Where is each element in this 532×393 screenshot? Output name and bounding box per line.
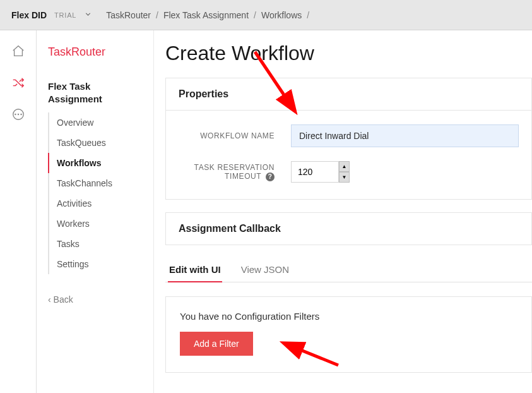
sidebar-item-overview[interactable]: Overview bbox=[48, 112, 142, 133]
timeout-step-down[interactable]: ▼ bbox=[339, 172, 350, 183]
panel-heading: Properties bbox=[166, 78, 531, 111]
back-label: Back bbox=[54, 294, 73, 305]
svg-point-1 bbox=[15, 114, 15, 114]
svg-point-3 bbox=[21, 114, 21, 114]
breadcrumb-separator: / bbox=[254, 10, 256, 20]
timeout-input[interactable] bbox=[291, 161, 339, 183]
panel-heading: Assignment Callback bbox=[166, 213, 531, 245]
main-content: Create Workflow Properties WORKFLOW NAME… bbox=[154, 30, 532, 393]
trial-badge: TRIAL bbox=[54, 11, 76, 19]
help-icon[interactable]: ? bbox=[266, 172, 275, 181]
timeout-step-up[interactable]: ▲ bbox=[339, 161, 350, 172]
chevron-down-icon[interactable] bbox=[84, 10, 92, 20]
editor-tabs: Edit with UI View JSON bbox=[165, 258, 532, 282]
top-breadcrumb-bar: Flex DID TRIAL TaskRouter / Flex Task As… bbox=[0, 0, 532, 30]
sidebar-title[interactable]: TaskRouter bbox=[48, 45, 142, 59]
svg-point-2 bbox=[18, 114, 18, 114]
breadcrumb-separator: / bbox=[156, 10, 158, 20]
sidebar-items: Overview TaskQueues Workflows TaskChanne… bbox=[48, 112, 142, 274]
sidebar-item-activities[interactable]: Activities bbox=[48, 193, 142, 214]
sidebar-item-taskqueues[interactable]: TaskQueues bbox=[48, 133, 142, 153]
tab-view-json[interactable]: View JSON bbox=[240, 258, 290, 282]
filters-panel: You have no Configuration Filters Add a … bbox=[165, 296, 532, 373]
home-icon[interactable] bbox=[11, 44, 25, 58]
add-filter-button[interactable]: Add a Filter bbox=[180, 332, 253, 356]
sidebar: TaskRouter Flex TaskAssignment Overview … bbox=[37, 30, 154, 393]
workflow-name-label: WORKFLOW NAME bbox=[179, 131, 291, 140]
sidebar-item-workers[interactable]: Workers bbox=[48, 214, 142, 234]
tab-edit-ui[interactable]: Edit with UI bbox=[168, 258, 222, 282]
page-title: Create Workflow bbox=[165, 42, 532, 65]
sidebar-item-taskchannels[interactable]: TaskChannels bbox=[48, 173, 142, 193]
assignment-callback-panel[interactable]: Assignment Callback bbox=[165, 212, 532, 245]
filters-empty-text: You have no Configuration Filters bbox=[180, 311, 517, 322]
back-link[interactable]: ‹ Back bbox=[48, 294, 142, 305]
sidebar-item-settings[interactable]: Settings bbox=[48, 254, 142, 274]
sidebar-item-workflows[interactable]: Workflows bbox=[48, 153, 142, 173]
breadcrumb-item[interactable]: TaskRouter bbox=[106, 10, 151, 20]
breadcrumb-separator: / bbox=[307, 10, 309, 20]
properties-panel: Properties WORKFLOW NAME TASK RESERVATIO… bbox=[165, 78, 532, 200]
project-name[interactable]: Flex DID bbox=[11, 10, 47, 20]
timeout-label: TASK RESERVATION TIMEOUT ? bbox=[179, 163, 291, 181]
breadcrumb-item[interactable]: Workflows bbox=[261, 10, 302, 20]
breadcrumb-item[interactable]: Flex Task Assignment bbox=[163, 10, 249, 20]
shuffle-icon[interactable] bbox=[11, 76, 25, 90]
icon-rail bbox=[0, 30, 37, 393]
more-icon[interactable] bbox=[11, 107, 25, 121]
sidebar-group-title: Flex TaskAssignment bbox=[48, 80, 142, 105]
workflow-name-input[interactable] bbox=[291, 124, 519, 147]
sidebar-item-tasks[interactable]: Tasks bbox=[48, 234, 142, 254]
